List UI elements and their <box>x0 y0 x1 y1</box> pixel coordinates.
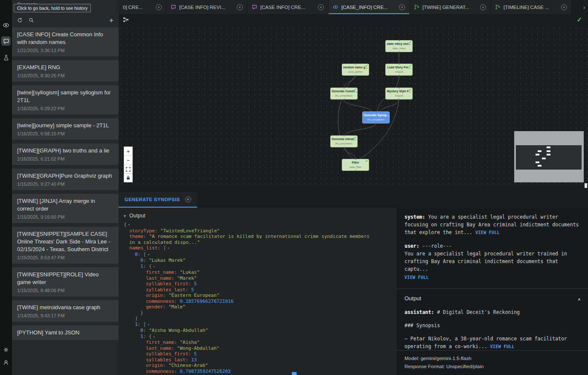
tab-4[interactable]: [TWINE] GENERAT...× <box>410 0 491 14</box>
prompt-item[interactable]: [TWINE][GRAPH]Pure Graphviz graph1/15/20… <box>12 169 119 190</box>
prompts-sidebar: Prompts Click to go back, hold to see hi… <box>12 0 119 375</box>
view-full-link-system[interactable]: VIEW FULL <box>475 230 500 235</box>
account-icon[interactable] <box>0 357 12 368</box>
search-icon[interactable] <box>29 18 34 23</box>
prompt-item[interactable]: [TWINE] [JINJA] Array merge in correct o… <box>12 194 119 223</box>
prompt-item[interactable]: [TWINE][SNIPPET][SAMPLE CASE] Online Thr… <box>12 227 119 264</box>
eye-nav-icon[interactable] <box>0 20 12 31</box>
prompt-item-timestamp: 1/16/2025, 6:29:22 PM <box>17 106 114 111</box>
tab-close-icon[interactable]: × <box>480 4 486 10</box>
assistant-text: — Petar Nikolov, a 38-year-old romance s… <box>405 336 567 349</box>
tab-label: [CASE INFO] REVI... <box>179 5 234 10</box>
json-tree: {▾storyType: "TwistedLoveTriangle"theme:… <box>119 222 397 375</box>
tab-label: 0] CRE... <box>123 5 153 10</box>
prompt-item[interactable]: [twine][syllogism] sample syllogism for … <box>12 85 119 114</box>
tab-1[interactable]: [CASE INFO] REVI...× <box>166 0 247 14</box>
collapse-icon[interactable]: ▾ <box>127 223 130 227</box>
prompt-item[interactable]: [TWINE][GRAPH} two truths and a lie1/16/… <box>12 144 119 165</box>
tab-close-icon[interactable]: × <box>156 4 162 10</box>
prompt-item[interactable]: [twine][journey] simple sample - 2T1L1/1… <box>12 118 119 140</box>
add-prompt-button[interactable]: + <box>109 17 114 24</box>
user-text: You are a specialist legal procedural wr… <box>405 251 567 272</box>
inspector-pane: system: You are a specialist legal proce… <box>397 208 588 375</box>
graph-node[interactable]: Mystery Style F...snippet✓ <box>385 88 413 100</box>
node-check-icon: ✓ <box>353 135 357 140</box>
prompt-item[interactable]: [TWINE] metroidvania case graph1/14/2025… <box>12 300 119 322</box>
node-check-icon: ✓ <box>365 64 368 68</box>
activity-bar <box>0 0 12 375</box>
minimap-node <box>538 165 541 167</box>
prompt-item[interactable]: [EXAMPLE] RNG1/16/2025, 8:30:25 PM <box>12 60 119 82</box>
graph-node[interactable]: random name g...exec_python✓ <box>342 64 369 76</box>
assistant-heading-message: assistant: # Digital Deceit's Reckoning <box>405 308 580 316</box>
graph-node[interactable]: Load Story For...snippet✓ <box>385 64 413 76</box>
collapse-icon[interactable]: ▾ <box>146 322 150 327</box>
divider-handle[interactable] <box>585 183 587 188</box>
view-full-link-user[interactable]: VIEW FULL <box>405 274 429 281</box>
inspector-output-label: Output <box>405 295 421 302</box>
collapse-icon[interactable]: ▾ <box>166 246 169 250</box>
lock-button[interactable] <box>124 173 133 182</box>
tab-0[interactable]: 0] CRE...× <box>119 0 166 14</box>
tab-5[interactable]: [TIMELINE] CASE ...× <box>491 0 572 14</box>
panel-tab-generate-synopsis[interactable]: GENERATE SYNOPSIS × <box>119 192 197 208</box>
main-area: 0] CRE...×[CASE INFO] REVI...×[CASE INFO… <box>119 0 588 375</box>
json-line: syllables_last: 13 <box>119 357 397 363</box>
tab-close-icon[interactable]: × <box>561 4 567 10</box>
json-line: 1: [▾ <box>119 322 397 328</box>
minimap-node <box>547 146 550 148</box>
graph-node[interactable]: state mkey stor...state_mkey✓ <box>385 40 413 52</box>
json-line: 1: {▾ <box>119 264 397 270</box>
tab-close-icon[interactable]: × <box>399 4 405 10</box>
view-full-link-assistant[interactable]: VIEW FULL <box>490 344 515 349</box>
node-check-icon: ✓ <box>408 88 412 92</box>
output-header-label: Output <box>129 213 146 219</box>
zoom-in-button[interactable]: + <box>124 146 133 155</box>
canvas-toolbar: ✓ <box>119 14 588 26</box>
minimap-viewport[interactable] <box>516 145 582 170</box>
json-line: {▾ <box>119 222 397 228</box>
tab-3[interactable]: [CASE_INFO] CRE...× <box>329 0 410 14</box>
panel-resize-handle[interactable] <box>292 372 297 375</box>
collapse-icon[interactable]: ▾ <box>152 264 155 269</box>
output-json-pane: ▾ Output {▾storyType: "TwistedLoveTriang… <box>119 208 397 375</box>
minimap[interactable] <box>514 131 584 182</box>
graph-node[interactable]: Filterstate_filter✓ <box>342 159 369 171</box>
refresh-icon[interactable] <box>17 18 23 23</box>
tab-close-icon[interactable]: × <box>318 4 324 10</box>
graph-node[interactable]: Generate Introd...llm_completion✓ <box>330 135 358 147</box>
json-line: origin: "Eastern European" <box>119 293 397 299</box>
json-line: last_name: "Wong-Abdullah" <box>119 346 397 352</box>
flask-nav-icon[interactable] <box>0 52 12 63</box>
prompt-item[interactable]: [PYTHON] Yaml to JSON <box>12 325 119 340</box>
output-collapse-header[interactable]: ▾ Output <box>119 208 397 222</box>
zoom-out-button[interactable]: − <box>124 155 133 164</box>
chevron-up-icon[interactable]: ▴ <box>578 295 580 302</box>
tab-label: [CASE_INFO] CRE... <box>341 5 396 10</box>
response-format-line: Response Format: Unspecified/plain <box>405 363 580 371</box>
tab-2[interactable]: [CASE INFO] CRE...× <box>247 0 329 14</box>
tab-close-icon[interactable]: × <box>237 4 243 10</box>
prompt-item-timestamp: 1/15/2025, 9:16:50 PM <box>17 214 114 220</box>
json-line: 0: [▾ <box>119 252 397 258</box>
prompt-item[interactable]: [CASE INFO] Create Common Info with rand… <box>12 27 119 56</box>
collapse-icon[interactable]: ▾ <box>152 334 155 339</box>
graph-node[interactable]: Generate Synop...llm_completion <box>362 111 390 123</box>
fit-view-button[interactable] <box>124 164 133 173</box>
assistant-heading: # Digital Deceit's Reckoning <box>434 309 520 315</box>
settings-icon[interactable] <box>0 344 12 355</box>
collapse-icon[interactable]: ▾ <box>146 252 150 257</box>
prompts-nav-icon[interactable] <box>1 36 11 46</box>
json-line: first_name: "Lukas" <box>119 270 397 275</box>
prompt-item[interactable]: [TWINE][SNIPPET][ROLE] Video game writer… <box>12 267 119 296</box>
tab-overflow-button[interactable]: › <box>580 0 588 14</box>
graph-canvas[interactable]: state mkey stor...state_mkey✓random name… <box>119 26 588 187</box>
layout-icon[interactable] <box>123 17 129 24</box>
graph-node[interactable]: Generate Comm...llm_completion✓ <box>330 88 358 100</box>
json-line: commonness: 0.7987359247526203 <box>119 369 397 375</box>
model-line: Model: gemini/gemini-1.5-flash <box>405 354 580 363</box>
minimap-node <box>538 150 541 152</box>
inspector-scroll: system: You are a specialist legal proce… <box>397 208 588 350</box>
panel-tab-close-icon[interactable]: × <box>185 196 191 202</box>
node-subtitle: llm_completion <box>331 142 357 145</box>
